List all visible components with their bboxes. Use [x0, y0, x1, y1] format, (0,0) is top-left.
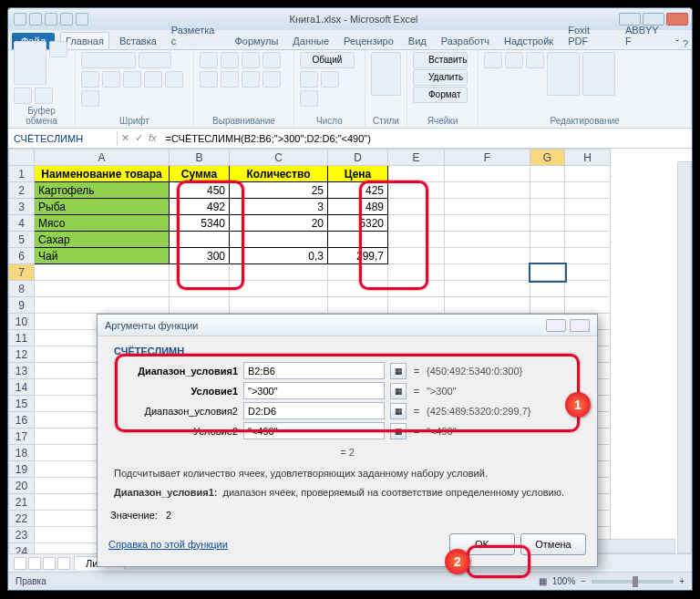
tab-layout[interactable]: Разметка с — [167, 22, 225, 49]
row-header-23[interactable]: 23 — [9, 527, 35, 543]
tab-formulas[interactable]: Формулы — [230, 33, 283, 49]
row-header-2[interactable]: 2 — [9, 182, 35, 199]
underline-icon[interactable] — [123, 71, 141, 88]
cell-c-2[interactable]: 25 — [230, 182, 328, 199]
arg-input-0[interactable] — [243, 362, 385, 379]
cell-c-6[interactable]: 0,3 — [230, 248, 328, 264]
help-icon[interactable]: ? — [683, 38, 688, 49]
dialog-title-bar[interactable]: Аргументы функции — [98, 315, 597, 336]
cell-H-9[interactable] — [565, 297, 611, 314]
clear-icon[interactable] — [526, 52, 544, 68]
format-cells-button[interactable]: Формат — [413, 87, 468, 103]
vertical-scrollbar[interactable] — [677, 161, 692, 553]
zoom-in-icon[interactable]: + — [679, 576, 685, 586]
formula-input[interactable]: =СЧЁТЕСЛИМН(B2:B6;">300";D2:D6;"<490") — [160, 131, 692, 146]
row-header-22[interactable]: 22 — [9, 511, 35, 527]
range-picker-icon-1[interactable]: ▦ — [390, 383, 407, 399]
row-header-16[interactable]: 16 — [9, 412, 35, 429]
dialog-help-link[interactable]: Справка по этой функции — [108, 539, 228, 550]
font-size-dropdown[interactable] — [139, 52, 171, 68]
align-top-icon[interactable] — [200, 52, 218, 68]
col-header-C[interactable]: C — [230, 150, 328, 166]
cell-b-4[interactable]: 5340 — [170, 215, 230, 232]
find-select-button[interactable] — [582, 52, 615, 96]
row-header-9[interactable]: 9 — [9, 297, 35, 314]
tab-insert[interactable]: Вставка — [115, 33, 161, 49]
cell-D-7[interactable] — [328, 264, 388, 281]
cell-C-7[interactable] — [230, 264, 328, 281]
col-header-A[interactable]: A — [35, 150, 170, 166]
col-header-E[interactable]: E — [388, 150, 445, 166]
cell-c-5[interactable] — [230, 232, 328, 248]
row-header-20[interactable]: 20 — [9, 478, 35, 494]
row-header-15[interactable]: 15 — [9, 396, 35, 412]
arg-input-2[interactable] — [243, 402, 385, 419]
row-header-1[interactable]: 1 — [9, 166, 35, 182]
autosum-icon[interactable] — [484, 52, 502, 68]
row-header-8[interactable]: 8 — [9, 281, 35, 297]
cell-b-5[interactable] — [170, 232, 230, 248]
zoom-level[interactable]: 100% — [552, 576, 576, 586]
align-center-icon[interactable] — [200, 71, 218, 88]
sort-filter-button[interactable] — [547, 52, 580, 96]
cell-C-8[interactable] — [230, 281, 328, 297]
fx-icon[interactable]: fx — [149, 132, 157, 144]
row-header-6[interactable]: 6 — [9, 248, 35, 264]
col-header-D[interactable]: D — [328, 150, 388, 166]
cell-F-9[interactable] — [445, 297, 530, 314]
sheet-nav-last-icon[interactable] — [57, 557, 70, 570]
currency-icon[interactable] — [300, 71, 318, 88]
header-price[interactable]: Цена — [328, 166, 388, 182]
row-header-18[interactable]: 18 — [9, 445, 35, 461]
cell-B-9[interactable] — [170, 297, 230, 314]
cut-icon[interactable] — [49, 41, 67, 57]
cell-B-8[interactable] — [170, 281, 230, 297]
cell-A-8[interactable] — [35, 281, 170, 297]
row-header-3[interactable]: 3 — [9, 199, 35, 215]
arg-input-3[interactable] — [243, 422, 385, 439]
align-middle-icon[interactable] — [221, 52, 239, 68]
cell-d-5[interactable] — [328, 232, 388, 248]
delete-cells-button[interactable]: Удалить — [413, 69, 468, 86]
redo-icon[interactable] — [60, 13, 73, 26]
dialog-close-icon[interactable] — [570, 319, 590, 332]
cell-B-7[interactable] — [170, 264, 230, 281]
sheet-nav-first-icon[interactable] — [14, 557, 26, 570]
cell-d-3[interactable]: 489 — [328, 199, 388, 215]
col-header-B[interactable]: B — [170, 150, 230, 166]
zoom-out-icon[interactable]: − — [581, 576, 586, 586]
cell-name-6[interactable]: Чай — [35, 248, 170, 264]
tab-addins[interactable]: Надстройк — [499, 33, 558, 49]
cell-b-2[interactable]: 450 — [170, 182, 230, 199]
font-color-icon[interactable] — [81, 90, 99, 107]
header-sum[interactable]: Сумма — [170, 166, 230, 182]
name-box[interactable]: СЧЁТЕСЛИМН — [8, 131, 118, 146]
col-header-H[interactable]: H — [565, 150, 611, 166]
cell-A-7[interactable] — [35, 264, 170, 281]
align-right-icon[interactable] — [221, 71, 239, 88]
row-header-24[interactable]: 24 — [9, 543, 35, 554]
cell-G-8[interactable] — [530, 281, 565, 297]
row-header-4[interactable]: 4 — [9, 215, 35, 232]
tab-data[interactable]: Данные — [288, 33, 334, 49]
cell-d-4[interactable]: 5320 — [328, 215, 388, 232]
cell-d-6[interactable]: 299,7 — [328, 248, 388, 264]
row-header-10[interactable]: 10 — [9, 314, 35, 330]
zoom-slider[interactable] — [592, 580, 674, 584]
cell-E-8[interactable] — [388, 281, 445, 297]
fill-icon[interactable] — [505, 52, 523, 68]
cell-G-9[interactable] — [530, 297, 565, 314]
dialog-help-icon[interactable] — [546, 319, 566, 332]
border-icon[interactable] — [144, 71, 162, 88]
cell-name-2[interactable]: Картофель — [35, 182, 170, 199]
align-bottom-icon[interactable] — [242, 52, 260, 68]
cell-name-5[interactable]: Сахар — [35, 232, 170, 248]
bold-icon[interactable] — [81, 71, 99, 88]
row-header-17[interactable]: 17 — [9, 429, 35, 445]
merge-icon[interactable] — [262, 71, 281, 88]
view-normal-icon[interactable]: ▦ — [539, 576, 547, 586]
styles-button[interactable] — [371, 52, 401, 96]
col-header-F[interactable]: F — [445, 150, 530, 166]
row-header-19[interactable]: 19 — [9, 461, 35, 478]
cell-A-9[interactable] — [35, 297, 170, 314]
